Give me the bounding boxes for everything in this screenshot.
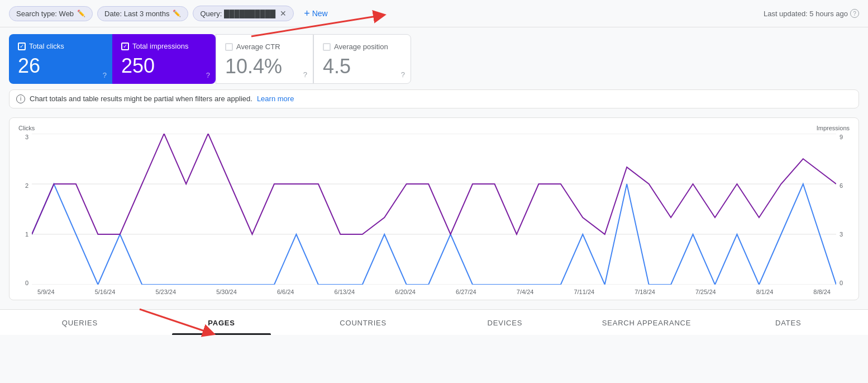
date-filter[interactable]: Date: Last 3 months ✏️ [97,6,188,21]
total-clicks-help-icon[interactable]: ? [103,71,107,79]
tab-dates[interactable]: DATES [717,310,859,335]
filter-bar: Search type: Web ✏️ Date: Last 3 months … [0,0,868,27]
average-position-card: Average position 4.5 ? [313,34,411,84]
chart-svg [32,134,836,285]
tab-countries[interactable]: COUNTRIES [292,310,434,335]
query-filter[interactable]: Query: ██████████ ✕ [193,6,294,21]
x-label-3: 5/30/24 [216,289,237,295]
y-right-low: 3 [840,231,843,238]
total-impressions-help-icon[interactable]: ? [206,71,210,79]
tab-devices[interactable]: DEVICES [434,310,576,335]
edit-date-icon: ✏️ [173,10,181,17]
y-left-label: Clicks [18,125,35,131]
query-label: Query: ██████████ [200,10,275,18]
total-clicks-checkbox[interactable] [18,42,26,50]
total-impressions-header: Total impressions [121,42,204,50]
total-impressions-value: 250 [121,55,204,77]
metrics-row: Total clicks 26 ? Total impressions 250 … [9,34,859,84]
info-banner-icon: i [16,94,25,103]
x-label-9: 7/11/24 [574,289,594,295]
total-impressions-label: Total impressions [132,42,188,50]
x-label-5: 6/13/24 [335,289,355,295]
x-label-7: 6/27/24 [456,289,476,295]
total-clicks-value: 26 [18,55,101,77]
search-type-filter[interactable]: Search type: Web ✏️ [9,6,93,21]
info-banner: i Chart totals and table results might b… [9,89,859,108]
average-ctr-card: Average CTR 10.4% ? [216,34,313,84]
y-right-label: Impressions [817,125,850,131]
plus-icon: + [304,8,310,18]
y-left-low: 1 [25,231,28,238]
average-ctr-help-icon[interactable]: ? [303,70,307,79]
search-type-label: Search type: Web [16,10,74,18]
date-label: Date: Last 3 months [104,10,169,18]
learn-more-link[interactable]: Learn more [257,94,294,103]
y-left-min: 0 [25,280,28,286]
total-clicks-header: Total clicks [18,42,101,50]
average-position-value: 4.5 [323,55,399,78]
x-label-8: 7/4/24 [517,289,534,295]
x-label-4: 6/6/24 [277,289,294,295]
y-right-mid: 6 [840,182,843,189]
chart-labels-row: Clicks Impressions [18,125,850,131]
x-label-11: 7/25/24 [695,289,716,295]
x-label-10: 7/18/24 [635,289,655,295]
tab-search-appearance[interactable]: SEARCH APPEARANCE [576,310,718,335]
x-label-13: 8/8/24 [813,289,831,295]
average-position-label: Average position [334,42,388,51]
average-ctr-label: Average CTR [236,42,280,51]
x-label-12: 8/1/24 [756,289,774,295]
total-clicks-label: Total clicks [29,42,64,50]
average-position-help-icon[interactable]: ? [401,70,405,79]
total-clicks-card: Total clicks 26 ? [9,34,112,84]
x-label-6: 6/20/24 [395,289,416,295]
y-right-min: 0 [840,280,843,286]
average-ctr-header: Average CTR [225,42,302,51]
average-position-checkbox[interactable] [323,43,331,51]
y-right-max: 9 [840,134,843,140]
new-button-label: New [312,9,328,18]
average-ctr-value: 10.4% [225,55,302,78]
average-ctr-checkbox[interactable] [225,43,233,51]
y-left-max: 3 [25,134,28,140]
chart-x-labels: 5/9/24 5/16/24 5/23/24 5/30/24 6/6/24 6/… [35,289,833,295]
new-filter-button[interactable]: + New [298,6,333,21]
info-banner-text: Chart totals and table results might be … [30,94,252,103]
total-impressions-card: Total impressions 250 ? [112,34,216,84]
average-position-header: Average position [323,42,399,51]
total-impressions-checkbox[interactable] [121,42,129,50]
edit-icon: ✏️ [77,10,85,17]
x-label-2: 5/23/24 [155,289,176,295]
tab-pages[interactable]: PAGES [151,310,293,335]
tab-queries[interactable]: QUERIES [9,310,151,335]
x-label-1: 5/16/24 [95,289,116,295]
chart-container: Clicks Impressions 3 2 1 0 [9,117,859,300]
x-label-0: 5/9/24 [37,289,55,295]
last-updated-info-icon[interactable]: ? [850,9,859,18]
last-updated: Last updated: 5 hours ago ? [764,9,859,18]
tab-bar: QUERIES PAGES COUNTRIES DEVICES SEARCH A… [0,309,868,335]
y-left-mid: 2 [25,182,28,189]
query-close-icon[interactable]: ✕ [280,9,287,18]
